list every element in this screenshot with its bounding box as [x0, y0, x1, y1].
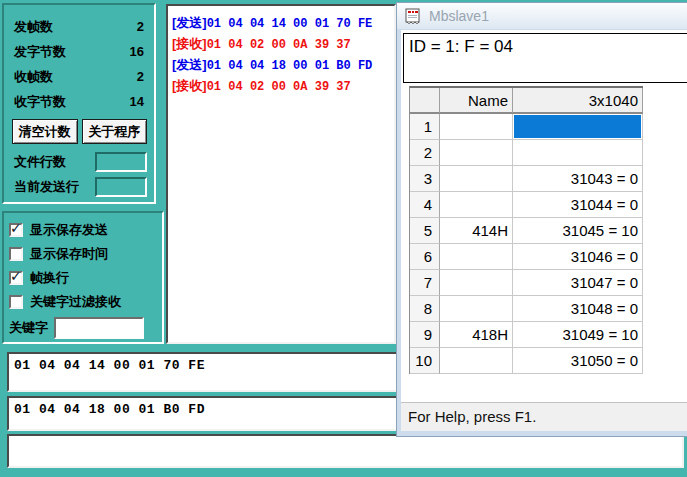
slave-id-header: ID = 1: F = 04 — [403, 33, 687, 83]
clear-count-button[interactable]: 清空计数 — [12, 119, 78, 144]
name-cell[interactable] — [440, 296, 513, 322]
recv-bytes-value: 14 — [130, 94, 147, 109]
row-number[interactable]: 9 — [410, 322, 440, 348]
table-row: 7 31047 = 0 — [410, 270, 643, 296]
name-cell[interactable] — [440, 244, 513, 270]
name-cell[interactable] — [440, 348, 513, 374]
show-save-time-label: 显示保存时间 — [30, 245, 108, 263]
table-row: 6 31046 = 0 — [410, 244, 643, 270]
send-line-1-input[interactable]: 01 04 04 14 00 01 70 FE — [7, 352, 398, 392]
recv-bytes: 01 04 02 00 0A 39 37 — [207, 80, 351, 94]
stat-row-sent-frames: 发帧数 2 — [14, 14, 147, 39]
current-send-line-row: 当前发送行 — [14, 174, 147, 199]
option-show-save-send: 显示保存发送 — [9, 218, 158, 242]
option-frame-newline: 帧换行 — [9, 266, 158, 290]
value-cell[interactable]: 31046 = 0 — [513, 244, 643, 270]
file-lines-label: 文件行数 — [14, 153, 66, 171]
stat-row-recv-frames: 收帧数 2 — [14, 64, 147, 89]
sent-frames-value: 2 — [137, 19, 147, 34]
current-send-line-input[interactable] — [95, 177, 147, 197]
table-row: 2 — [410, 140, 643, 166]
keyword-filter-checkbox[interactable] — [9, 295, 23, 309]
sent-bytes-value: 16 — [130, 44, 147, 59]
name-cell[interactable]: 414H — [440, 218, 513, 244]
recv-tag: [接收] — [172, 78, 207, 93]
row-number[interactable]: 10 — [410, 348, 440, 374]
frame-newline-checkbox[interactable] — [9, 271, 23, 285]
stat-row-recv-bytes: 收字节数 14 — [14, 89, 147, 114]
log-line-recv: [接收]01 04 02 00 0A 39 37 — [172, 76, 394, 97]
option-keyword-filter: 关键字过滤接收 — [9, 290, 158, 314]
row-number[interactable]: 2 — [410, 140, 440, 166]
name-cell[interactable] — [440, 270, 513, 296]
value-cell[interactable]: 31043 = 0 — [513, 166, 643, 192]
value-cell[interactable] — [513, 114, 643, 140]
options-panel: 显示保存发送 显示保存时间 帧换行 关键字过滤接收 关键字 — [2, 211, 164, 344]
log-line-send: [发送]01 04 04 18 00 01 B0 FD — [172, 55, 394, 76]
grid-corner-header — [410, 88, 440, 114]
table-row: 5 414H 31045 = 10 — [410, 218, 643, 244]
row-number[interactable]: 6 — [410, 244, 440, 270]
grid-address-header: 3x1040 — [513, 88, 643, 114]
show-save-time-checkbox[interactable] — [9, 247, 23, 261]
row-number[interactable]: 3 — [410, 166, 440, 192]
file-lines-input[interactable] — [95, 152, 147, 172]
recv-bytes: 01 04 02 00 0A 39 37 — [207, 38, 351, 52]
name-cell[interactable] — [440, 166, 513, 192]
option-show-save-time: 显示保存时间 — [9, 242, 158, 266]
keyword-label: 关键字 — [9, 319, 48, 337]
keyword-input[interactable] — [54, 317, 144, 339]
show-save-send-checkbox[interactable] — [9, 223, 23, 237]
recv-frames-label: 收帧数 — [14, 68, 53, 86]
show-save-send-label: 显示保存发送 — [30, 221, 108, 239]
file-lines-row: 文件行数 — [14, 149, 147, 174]
send-line-2-input[interactable]: 01 04 04 18 00 01 B0 FD — [7, 396, 398, 431]
name-cell[interactable] — [440, 192, 513, 218]
mbslave-title-bar[interactable]: Mbslave1 — [397, 3, 687, 29]
row-number[interactable]: 1 — [410, 114, 440, 140]
name-cell[interactable] — [440, 140, 513, 166]
value-cell[interactable]: 31044 = 0 — [513, 192, 643, 218]
value-cell[interactable]: 31049 = 10 — [513, 322, 643, 348]
mbslave-window: Mbslave1 ID = 1: F = 04 Name 3x1040 1 2 — [396, 2, 687, 437]
keyword-row: 关键字 — [9, 317, 158, 339]
table-row: 9 418H 31049 = 10 — [410, 322, 643, 348]
table-row: 1 — [410, 114, 643, 140]
table-row: 3 31043 = 0 — [410, 166, 643, 192]
name-cell[interactable] — [440, 114, 513, 140]
name-cell[interactable]: 418H — [440, 322, 513, 348]
current-send-line-label: 当前发送行 — [14, 178, 79, 196]
grid-name-header: Name — [440, 88, 513, 114]
recv-bytes-label: 收字节数 — [14, 93, 66, 111]
mbslave-client-area: ID = 1: F = 04 Name 3x1040 1 2 — [401, 30, 687, 403]
status-bar: For Help, press F1. — [401, 402, 687, 431]
send-line-3-input[interactable] — [7, 434, 684, 468]
comm-log-panel[interactable]: [发送]01 04 04 14 00 01 70 FE [接收]01 04 02… — [166, 4, 396, 344]
recv-frames-value: 2 — [137, 69, 147, 84]
log-line-recv: [接收]01 04 02 00 0A 39 37 — [172, 34, 394, 55]
value-cell[interactable] — [513, 140, 643, 166]
send-tag: [发送] — [172, 15, 207, 30]
frame-newline-label: 帧换行 — [30, 269, 69, 287]
row-number[interactable]: 7 — [410, 270, 440, 296]
value-cell[interactable]: 31048 = 0 — [513, 296, 643, 322]
value-cell[interactable]: 31045 = 10 — [513, 218, 643, 244]
sent-frames-label: 发帧数 — [14, 18, 53, 36]
window-title: Mbslave1 — [429, 8, 489, 24]
stats-panel: 发帧数 2 发字节数 16 收帧数 2 收字节数 14 清空计数 关于程序 文件… — [2, 3, 156, 204]
value-cell[interactable]: 31050 = 0 — [513, 348, 643, 374]
table-row: 8 31048 = 0 — [410, 296, 643, 322]
value-cell[interactable]: 31047 = 0 — [513, 270, 643, 296]
log-line-send: [发送]01 04 04 14 00 01 70 FE — [172, 13, 394, 34]
sent-bytes-label: 发字节数 — [14, 43, 66, 61]
keyword-filter-label: 关键字过滤接收 — [30, 293, 121, 311]
table-row: 10 31050 = 0 — [410, 348, 643, 374]
row-number[interactable]: 4 — [410, 192, 440, 218]
row-number[interactable]: 5 — [410, 218, 440, 244]
row-number[interactable]: 8 — [410, 296, 440, 322]
send-bytes: 01 04 04 14 00 01 70 FE — [207, 17, 373, 31]
document-icon[interactable] — [405, 8, 422, 25]
grid-header-row: Name 3x1040 — [410, 88, 643, 114]
about-program-button[interactable]: 关于程序 — [82, 119, 148, 144]
table-row: 4 31044 = 0 — [410, 192, 643, 218]
